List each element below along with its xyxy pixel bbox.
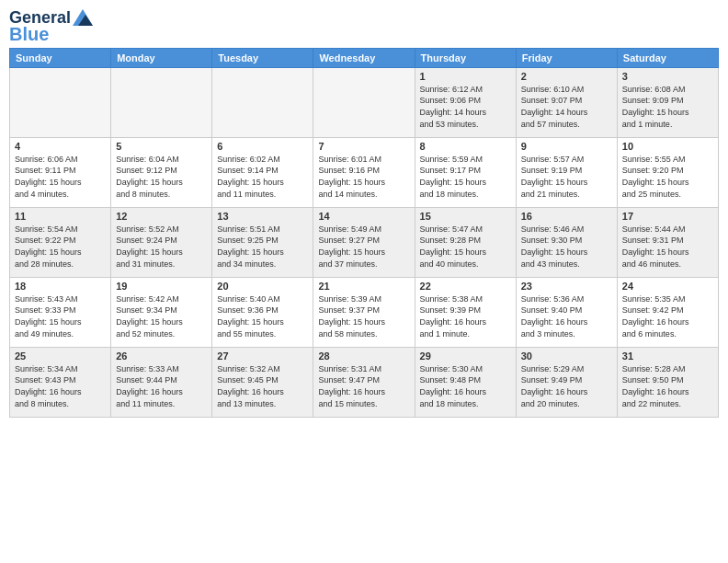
calendar-cell: 7Sunrise: 6:01 AMSunset: 9:16 PMDaylight… bbox=[313, 137, 415, 207]
day-info: Sunrise: 5:34 AMSunset: 9:43 PMDaylight:… bbox=[15, 363, 106, 409]
day-info: Sunrise: 5:57 AMSunset: 9:19 PMDaylight:… bbox=[521, 154, 612, 200]
calendar-cell: 26Sunrise: 5:33 AMSunset: 9:44 PMDayligh… bbox=[111, 347, 212, 417]
day-number: 21 bbox=[318, 281, 409, 292]
day-number: 18 bbox=[15, 281, 106, 292]
calendar-cell: 18Sunrise: 5:43 AMSunset: 9:33 PMDayligh… bbox=[10, 277, 111, 347]
calendar-header-row: SundayMondayTuesdayWednesdayThursdayFrid… bbox=[10, 48, 719, 67]
logo-blue: Blue bbox=[9, 24, 49, 44]
day-header-sunday: Sunday bbox=[10, 48, 111, 67]
day-number: 5 bbox=[116, 141, 207, 152]
day-number: 1 bbox=[420, 71, 511, 82]
day-number: 25 bbox=[15, 350, 106, 362]
day-number: 26 bbox=[116, 350, 207, 362]
calendar-week-row: 25Sunrise: 5:34 AMSunset: 9:43 PMDayligh… bbox=[10, 347, 719, 417]
day-number: 10 bbox=[622, 141, 713, 152]
calendar-cell: 9Sunrise: 5:57 AMSunset: 9:19 PMDaylight… bbox=[516, 137, 617, 207]
day-number: 22 bbox=[420, 281, 511, 292]
calendar-cell: 28Sunrise: 5:31 AMSunset: 9:47 PMDayligh… bbox=[313, 347, 415, 417]
day-number: 9 bbox=[521, 141, 612, 152]
day-info: Sunrise: 5:43 AMSunset: 9:33 PMDaylight:… bbox=[15, 293, 106, 339]
calendar-cell: 30Sunrise: 5:29 AMSunset: 9:49 PMDayligh… bbox=[516, 347, 617, 417]
day-number: 27 bbox=[217, 350, 308, 362]
calendar-week-row: 11Sunrise: 5:54 AMSunset: 9:22 PMDayligh… bbox=[10, 207, 719, 277]
day-number: 28 bbox=[318, 350, 409, 362]
day-header-thursday: Thursday bbox=[415, 48, 516, 67]
day-info: Sunrise: 5:55 AMSunset: 9:20 PMDaylight:… bbox=[622, 154, 713, 200]
calendar-week-row: 1Sunrise: 6:12 AMSunset: 9:06 PMDaylight… bbox=[10, 67, 719, 137]
calendar-cell bbox=[212, 67, 313, 137]
calendar-cell: 4Sunrise: 6:06 AMSunset: 9:11 PMDaylight… bbox=[10, 137, 111, 207]
day-info: Sunrise: 5:40 AMSunset: 9:36 PMDaylight:… bbox=[217, 293, 308, 339]
day-info: Sunrise: 5:51 AMSunset: 9:25 PMDaylight:… bbox=[217, 224, 308, 270]
day-info: Sunrise: 5:36 AMSunset: 9:40 PMDaylight:… bbox=[521, 293, 612, 339]
day-number: 6 bbox=[217, 141, 308, 152]
calendar-cell: 8Sunrise: 5:59 AMSunset: 9:17 PMDaylight… bbox=[415, 137, 516, 207]
day-info: Sunrise: 5:38 AMSunset: 9:39 PMDaylight:… bbox=[420, 293, 511, 339]
day-number: 20 bbox=[217, 281, 308, 292]
day-header-friday: Friday bbox=[516, 48, 617, 67]
day-header-wednesday: Wednesday bbox=[313, 48, 415, 67]
day-info: Sunrise: 5:59 AMSunset: 9:17 PMDaylight:… bbox=[420, 154, 511, 200]
calendar-cell: 12Sunrise: 5:52 AMSunset: 9:24 PMDayligh… bbox=[111, 207, 212, 277]
calendar-week-row: 18Sunrise: 5:43 AMSunset: 9:33 PMDayligh… bbox=[10, 277, 719, 347]
day-info: Sunrise: 6:06 AMSunset: 9:11 PMDaylight:… bbox=[15, 154, 106, 200]
calendar-cell: 3Sunrise: 6:08 AMSunset: 9:09 PMDaylight… bbox=[617, 67, 718, 137]
day-info: Sunrise: 5:46 AMSunset: 9:30 PMDaylight:… bbox=[521, 224, 612, 270]
day-number: 12 bbox=[116, 211, 207, 222]
calendar-cell: 22Sunrise: 5:38 AMSunset: 9:39 PMDayligh… bbox=[415, 277, 516, 347]
day-number: 17 bbox=[622, 211, 713, 222]
calendar-cell: 20Sunrise: 5:40 AMSunset: 9:36 PMDayligh… bbox=[212, 277, 313, 347]
day-info: Sunrise: 6:01 AMSunset: 9:16 PMDaylight:… bbox=[318, 154, 409, 200]
calendar-cell: 29Sunrise: 5:30 AMSunset: 9:48 PMDayligh… bbox=[415, 347, 516, 417]
day-info: Sunrise: 5:42 AMSunset: 9:34 PMDaylight:… bbox=[116, 293, 207, 339]
calendar-cell: 11Sunrise: 5:54 AMSunset: 9:22 PMDayligh… bbox=[10, 207, 111, 277]
day-number: 8 bbox=[420, 141, 511, 152]
day-info: Sunrise: 6:10 AMSunset: 9:07 PMDaylight:… bbox=[521, 84, 612, 130]
calendar-cell: 1Sunrise: 6:12 AMSunset: 9:06 PMDaylight… bbox=[415, 67, 516, 137]
day-number: 30 bbox=[521, 350, 612, 362]
calendar-cell: 16Sunrise: 5:46 AMSunset: 9:30 PMDayligh… bbox=[516, 207, 617, 277]
day-info: Sunrise: 5:54 AMSunset: 9:22 PMDaylight:… bbox=[15, 224, 106, 270]
calendar-cell bbox=[313, 67, 415, 137]
day-number: 31 bbox=[622, 350, 713, 362]
calendar-cell: 2Sunrise: 6:10 AMSunset: 9:07 PMDaylight… bbox=[516, 67, 617, 137]
day-info: Sunrise: 6:12 AMSunset: 9:06 PMDaylight:… bbox=[420, 84, 511, 130]
day-info: Sunrise: 5:35 AMSunset: 9:42 PMDaylight:… bbox=[622, 293, 713, 339]
day-info: Sunrise: 6:02 AMSunset: 9:14 PMDaylight:… bbox=[217, 154, 308, 200]
calendar-cell: 14Sunrise: 5:49 AMSunset: 9:27 PMDayligh… bbox=[313, 207, 415, 277]
day-header-saturday: Saturday bbox=[617, 48, 718, 67]
calendar-cell: 21Sunrise: 5:39 AMSunset: 9:37 PMDayligh… bbox=[313, 277, 415, 347]
calendar-cell: 5Sunrise: 6:04 AMSunset: 9:12 PMDaylight… bbox=[111, 137, 212, 207]
calendar-cell: 13Sunrise: 5:51 AMSunset: 9:25 PMDayligh… bbox=[212, 207, 313, 277]
day-number: 11 bbox=[15, 211, 106, 222]
day-number: 15 bbox=[420, 211, 511, 222]
day-number: 2 bbox=[521, 71, 612, 82]
day-number: 19 bbox=[116, 281, 207, 292]
calendar-cell: 24Sunrise: 5:35 AMSunset: 9:42 PMDayligh… bbox=[617, 277, 718, 347]
calendar-cell: 23Sunrise: 5:36 AMSunset: 9:40 PMDayligh… bbox=[516, 277, 617, 347]
logo-icon bbox=[73, 9, 93, 26]
day-number: 7 bbox=[318, 141, 409, 152]
page: General Blue SundayMondayTuesdayWednesda… bbox=[0, 0, 728, 563]
day-info: Sunrise: 5:32 AMSunset: 9:45 PMDaylight:… bbox=[217, 363, 308, 409]
day-info: Sunrise: 5:49 AMSunset: 9:27 PMDaylight:… bbox=[318, 224, 409, 270]
calendar-cell: 25Sunrise: 5:34 AMSunset: 9:43 PMDayligh… bbox=[10, 347, 111, 417]
day-info: Sunrise: 5:29 AMSunset: 9:49 PMDaylight:… bbox=[521, 363, 612, 409]
day-number: 23 bbox=[521, 281, 612, 292]
calendar-cell: 27Sunrise: 5:32 AMSunset: 9:45 PMDayligh… bbox=[212, 347, 313, 417]
logo: General Blue bbox=[9, 9, 93, 44]
day-info: Sunrise: 5:44 AMSunset: 9:31 PMDaylight:… bbox=[622, 224, 713, 270]
day-info: Sunrise: 5:33 AMSunset: 9:44 PMDaylight:… bbox=[116, 363, 207, 409]
day-info: Sunrise: 6:04 AMSunset: 9:12 PMDaylight:… bbox=[116, 154, 207, 200]
calendar-cell: 15Sunrise: 5:47 AMSunset: 9:28 PMDayligh… bbox=[415, 207, 516, 277]
day-info: Sunrise: 5:47 AMSunset: 9:28 PMDaylight:… bbox=[420, 224, 511, 270]
day-header-tuesday: Tuesday bbox=[212, 48, 313, 67]
calendar-cell: 19Sunrise: 5:42 AMSunset: 9:34 PMDayligh… bbox=[111, 277, 212, 347]
day-info: Sunrise: 5:31 AMSunset: 9:47 PMDaylight:… bbox=[318, 363, 409, 409]
header: General Blue bbox=[9, 9, 719, 44]
day-number: 13 bbox=[217, 211, 308, 222]
day-info: Sunrise: 5:52 AMSunset: 9:24 PMDaylight:… bbox=[116, 224, 207, 270]
calendar-cell: 6Sunrise: 6:02 AMSunset: 9:14 PMDaylight… bbox=[212, 137, 313, 207]
day-number: 14 bbox=[318, 211, 409, 222]
calendar-cell bbox=[10, 67, 111, 137]
